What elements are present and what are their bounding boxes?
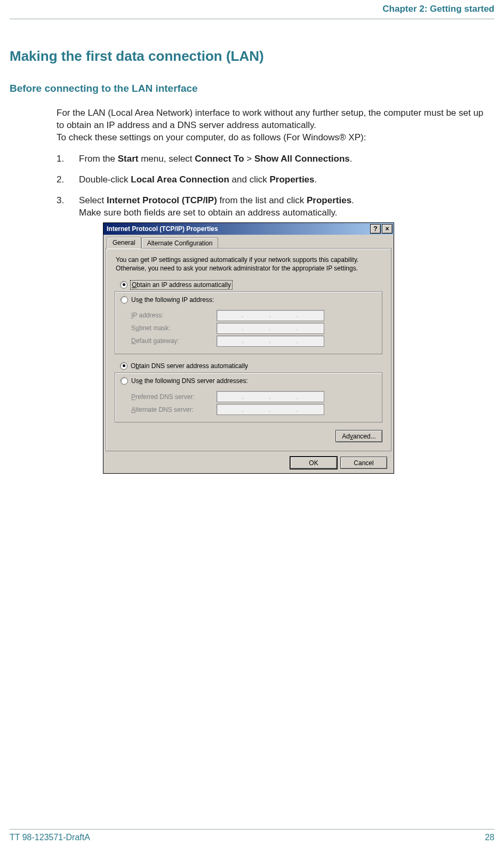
radio-label: Use the following DNS server addresses:: [131, 377, 248, 385]
chapter-header: Chapter 2: Getting started: [10, 0, 494, 19]
radio-label: Obtain DNS server address automatically: [131, 362, 248, 370]
alternate-dns-label: Alternate DNS server:: [131, 405, 217, 414]
preferred-dns-input[interactable]: ...: [217, 391, 324, 402]
step-1: 1. From the Start menu, select Connect T…: [57, 153, 492, 165]
page-footer: TT 98-123571-DraftA 28: [10, 829, 494, 843]
radio-use-dns-manual[interactable]: Use the following DNS server addresses:: [118, 377, 250, 385]
intro-line-1: For the LAN (Local Area Network) interfa…: [57, 108, 483, 130]
alternate-dns-input[interactable]: ...: [217, 404, 324, 415]
advanced-row: Advanced...: [115, 430, 382, 442]
step-text: From the Start menu, select Connect To >…: [79, 154, 352, 164]
subnet-mask-label: Subnet mask:: [131, 324, 217, 332]
section-title: Making the first data connection (LAN): [10, 47, 494, 66]
step-text: Double-click Local Area Connection and c…: [79, 174, 317, 185]
radio-obtain-dns-auto[interactable]: Obtain DNS server address automatically: [120, 362, 382, 370]
dialog-titlebar[interactable]: Internet Protocol (TCP/IP) Properties ? …: [103, 223, 394, 235]
radio-icon: [121, 296, 128, 304]
radio-label: Obtain an IP address automatically: [131, 281, 232, 289]
intro-paragraph: For the LAN (Local Area Network) interfa…: [57, 107, 492, 144]
radio-use-ip-manual[interactable]: Use the following IP address:: [118, 296, 216, 304]
tab-panel-general: You can get IP settings assigned automat…: [106, 248, 391, 451]
step-number: 2.: [57, 174, 64, 186]
close-button[interactable]: ×: [382, 224, 393, 234]
dialog-body: General Alternate Configuration You can …: [103, 235, 394, 473]
doc-id: TT 98-123571-DraftA: [10, 832, 90, 843]
ok-button[interactable]: OK: [290, 457, 337, 469]
alternate-dns-row: Alternate DNS server: ...: [131, 404, 375, 415]
help-button[interactable]: ?: [370, 224, 381, 234]
ip-address-row: IP address: ...: [131, 310, 375, 321]
chapter-label: Chapter 2: Getting started: [382, 4, 494, 14]
ip-address-label: IP address:: [131, 311, 217, 320]
radio-icon: [121, 377, 128, 385]
step-text: Select Internet Protocol (TCP/IP) from t…: [79, 195, 354, 218]
intro-line-2: To check these settings on your computer…: [57, 132, 366, 142]
subnet-mask-input[interactable]: ...: [217, 323, 324, 334]
default-gateway-input[interactable]: ...: [217, 336, 324, 347]
cancel-button[interactable]: Cancel: [340, 457, 387, 469]
steps-list: 1. From the Start menu, select Connect T…: [57, 153, 492, 474]
tab-alternate-configuration[interactable]: Alternate Configuration: [141, 237, 219, 249]
preferred-dns-label: Preferred DNS server:: [131, 393, 217, 401]
step-number: 1.: [57, 153, 64, 165]
default-gateway-label: Default gateway:: [131, 337, 217, 345]
step-2: 2. Double-click Local Area Connection an…: [57, 174, 492, 186]
dialog-footer: OK Cancel: [106, 451, 391, 469]
default-gateway-row: Default gateway: ...: [131, 336, 375, 347]
tab-strip: General Alternate Configuration: [106, 237, 391, 249]
preferred-dns-row: Preferred DNS server: ...: [131, 391, 375, 402]
subsection-title: Before connecting to the LAN interface: [10, 82, 494, 95]
dialog-title: Internet Protocol (TCP/IP) Properties: [107, 225, 369, 233]
body-content: For the LAN (Local Area Network) interfa…: [57, 107, 492, 474]
radio-label: Use the following IP address:: [131, 296, 214, 304]
subnet-mask-row: Subnet mask: ...: [131, 323, 375, 334]
step-3: 3. Select Internet Protocol (TCP/IP) fro…: [57, 195, 492, 474]
ip-manual-group: Use the following IP address: IP address…: [115, 291, 382, 354]
close-icon: ×: [385, 226, 389, 232]
dialog-description: You can get IP settings assigned automat…: [116, 256, 381, 273]
tab-general[interactable]: General: [107, 237, 141, 249]
step-number: 3.: [57, 195, 64, 207]
advanced-button[interactable]: Advanced...: [335, 430, 382, 442]
page-number: 28: [485, 832, 494, 843]
radio-icon: [120, 281, 127, 289]
tcpip-properties-dialog: Internet Protocol (TCP/IP) Properties ? …: [103, 222, 394, 474]
help-icon: ?: [373, 226, 377, 232]
radio-icon: [120, 362, 127, 370]
ip-address-input[interactable]: ...: [217, 310, 324, 321]
radio-obtain-ip-auto[interactable]: Obtain an IP address automatically: [120, 281, 382, 289]
dns-manual-group: Use the following DNS server addresses: …: [115, 372, 382, 422]
